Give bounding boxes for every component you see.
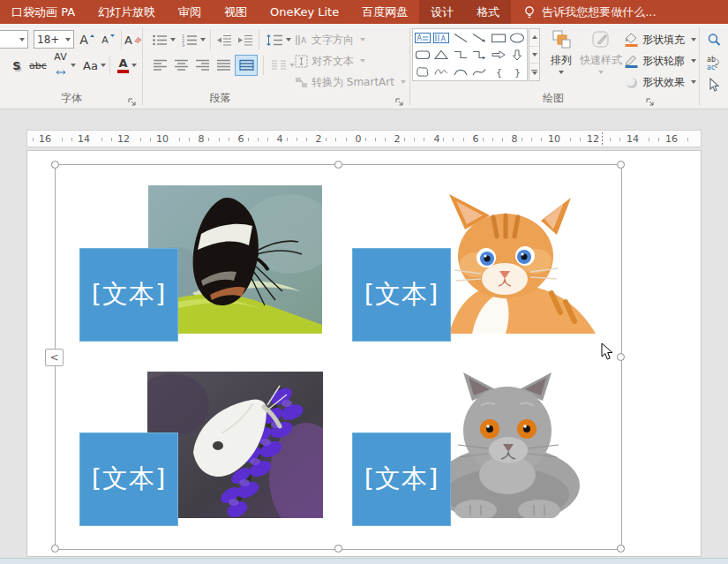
ruler-mark: 14 bbox=[76, 133, 92, 145]
increase-indent-button[interactable] bbox=[236, 30, 255, 49]
find-button[interactable] bbox=[705, 30, 723, 49]
decrease-font-size-button[interactable]: A bbox=[99, 30, 118, 49]
shapes-gallery[interactable]: A A { } bbox=[412, 28, 528, 81]
shape-arc-icon[interactable] bbox=[452, 65, 469, 78]
shape-text-box-icon[interactable]: A bbox=[414, 32, 432, 44]
bullets-button[interactable] bbox=[150, 30, 176, 49]
line-spacing-button[interactable] bbox=[264, 30, 292, 49]
arrange-button[interactable]: 排列 bbox=[544, 26, 578, 87]
tab-view[interactable]: 视图 bbox=[213, 0, 259, 24]
shape-left-brace-icon[interactable]: { bbox=[490, 65, 507, 78]
tab-baidu-netdisk[interactable]: 百度网盘 bbox=[350, 0, 419, 24]
arrow-down-icon bbox=[109, 34, 116, 40]
shape-oval-icon[interactable] bbox=[508, 32, 526, 44]
shape-right-brace-icon[interactable]: } bbox=[508, 65, 526, 78]
selection-handle-top-right[interactable] bbox=[617, 161, 625, 169]
justify-icon bbox=[216, 59, 231, 71]
paragraph-dialog-launcher[interactable] bbox=[394, 94, 405, 105]
gallery-scroll-down-button[interactable] bbox=[529, 47, 539, 64]
smartart-caption-1[interactable]: [文本] bbox=[79, 248, 178, 342]
ruler-mark: 0 bbox=[354, 133, 364, 145]
selection-handle-bottom-left[interactable] bbox=[51, 545, 59, 553]
ruler-mark: 8 bbox=[510, 133, 520, 145]
chevron-down-icon bbox=[101, 64, 106, 67]
shape-triangle-icon[interactable] bbox=[432, 49, 450, 61]
increase-font-size-button[interactable]: A bbox=[78, 30, 97, 49]
tab-pocket-animation[interactable]: 口袋动画 PA bbox=[0, 0, 86, 24]
align-left-button[interactable] bbox=[150, 56, 169, 75]
character-spacing-button[interactable]: AV bbox=[51, 56, 78, 75]
svg-text:A: A bbox=[417, 34, 422, 42]
columns-button[interactable] bbox=[268, 56, 296, 75]
caption-text: [文本] bbox=[364, 462, 439, 497]
select-button[interactable] bbox=[705, 75, 723, 94]
shape-down-arrow-icon[interactable] bbox=[508, 49, 526, 61]
caption-text: [文本] bbox=[92, 277, 167, 312]
selection-handle-bottom-center[interactable] bbox=[334, 545, 342, 553]
shape-right-arrow-icon[interactable] bbox=[490, 49, 507, 61]
chevron-down-icon bbox=[19, 38, 25, 41]
font-size-combo[interactable]: 18+ bbox=[34, 30, 74, 49]
tab-onekey-lite[interactable]: OneKey Lite bbox=[259, 0, 350, 24]
selection-handle-top-center[interactable] bbox=[334, 161, 342, 169]
smartart-caption-3[interactable]: [文本] bbox=[79, 432, 178, 526]
text-shadow-button[interactable]: S bbox=[9, 56, 25, 75]
convert-to-smartart-button[interactable]: 转换为 SmartArt bbox=[295, 72, 406, 92]
svg-text:ac: ac bbox=[707, 64, 715, 71]
clear-formatting-button[interactable]: A bbox=[124, 30, 142, 49]
shape-vertical-text-box-icon[interactable]: A bbox=[432, 32, 450, 44]
shape-scribble-icon[interactable] bbox=[432, 65, 450, 78]
drawing-dialog-launcher[interactable] bbox=[645, 94, 656, 105]
change-case-button[interactable]: Aa bbox=[81, 56, 108, 75]
distributed-icon bbox=[239, 59, 254, 71]
selection-handle-middle-right[interactable] bbox=[617, 353, 625, 361]
shape-freeform-icon[interactable] bbox=[414, 65, 432, 78]
chevron-down-icon bbox=[200, 38, 206, 41]
strikethrough-button[interactable]: abc bbox=[26, 56, 49, 75]
decrease-indent-button[interactable] bbox=[214, 30, 234, 49]
tab-slideshow[interactable]: 幻灯片放映 bbox=[86, 0, 167, 24]
gallery-more-button[interactable] bbox=[529, 64, 539, 80]
shape-rectangle-icon[interactable] bbox=[490, 32, 507, 44]
align-text-button[interactable]: 对齐文本 bbox=[295, 51, 365, 71]
text-pane-toggle-button[interactable]: < bbox=[45, 349, 64, 366]
align-right-button[interactable] bbox=[192, 56, 212, 75]
shape-curve-icon[interactable] bbox=[470, 65, 488, 78]
shape-line-icon[interactable] bbox=[452, 32, 469, 44]
shape-outline-button[interactable]: 形状轮廓 bbox=[624, 51, 696, 71]
shape-rounded-rectangle-icon[interactable] bbox=[414, 49, 432, 61]
distributed-button[interactable] bbox=[235, 55, 258, 76]
horizontal-ruler[interactable]: 16 14 12 10 8 6 4 2 0 2 4 6 8 10 12 14 1… bbox=[26, 130, 702, 147]
font-group-label: 字体 bbox=[0, 91, 143, 106]
chevron-down-icon bbox=[598, 71, 604, 74]
selection-handle-bottom-right[interactable] bbox=[617, 545, 625, 553]
tell-me-box[interactable]: 告诉我您想要做什么... bbox=[511, 0, 668, 24]
align-center-button[interactable] bbox=[171, 56, 191, 75]
shape-elbow-connector-icon[interactable] bbox=[452, 49, 469, 61]
chevron-down-icon bbox=[170, 38, 176, 41]
shape-fill-button[interactable]: 形状填充 bbox=[624, 30, 696, 49]
selection-handle-top-left[interactable] bbox=[51, 161, 59, 169]
font-dialog-launcher[interactable] bbox=[127, 94, 138, 105]
justify-button[interactable] bbox=[214, 56, 233, 75]
shape-effects-button[interactable]: 形状效果 bbox=[624, 72, 696, 92]
tab-format[interactable]: 格式 bbox=[465, 0, 511, 24]
quick-styles-button[interactable]: 快速样式 bbox=[580, 26, 622, 87]
numbering-button[interactable]: 123 bbox=[180, 30, 206, 49]
replace-button[interactable]: ab ac bbox=[705, 53, 723, 72]
smartart-caption-4[interactable]: [文本] bbox=[352, 432, 451, 526]
text-direction-button[interactable]: A 文字方向 bbox=[295, 30, 365, 49]
align-left-icon bbox=[153, 59, 168, 71]
select-cursor-icon bbox=[708, 78, 720, 92]
smartart-caption-2[interactable]: [文本] bbox=[352, 248, 451, 342]
shape-elbow-arrow-connector-icon[interactable] bbox=[470, 49, 488, 61]
font-name-combo[interactable]: ) bbox=[0, 30, 28, 49]
bullets-icon bbox=[152, 34, 168, 47]
tab-review[interactable]: 审阅 bbox=[167, 0, 213, 24]
gallery-scroll-up-button[interactable] bbox=[529, 29, 539, 47]
chevron-down-icon bbox=[691, 38, 696, 41]
editing-canvas: 16 14 12 10 8 6 4 2 0 2 4 6 8 10 12 14 1… bbox=[0, 109, 728, 558]
tab-design[interactable]: 设计 bbox=[419, 0, 465, 24]
shape-arrow-icon[interactable] bbox=[470, 32, 488, 44]
font-color-button[interactable]: A bbox=[114, 56, 140, 75]
